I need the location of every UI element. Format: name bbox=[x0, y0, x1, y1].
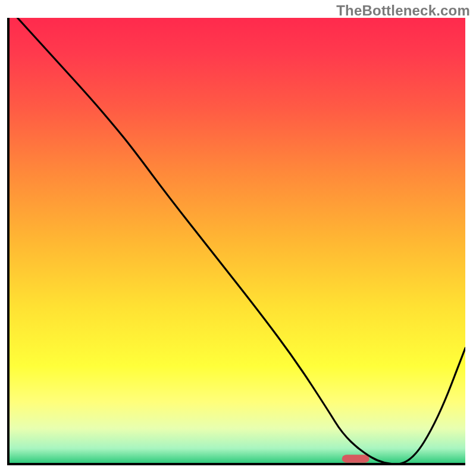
bottleneck-chart bbox=[0, 0, 476, 476]
chart-container: TheBottleneck.com bbox=[0, 0, 476, 476]
watermark-label: TheBottleneck.com bbox=[336, 2, 470, 19]
plot-background bbox=[8, 18, 465, 464]
optimal-marker bbox=[342, 455, 369, 463]
